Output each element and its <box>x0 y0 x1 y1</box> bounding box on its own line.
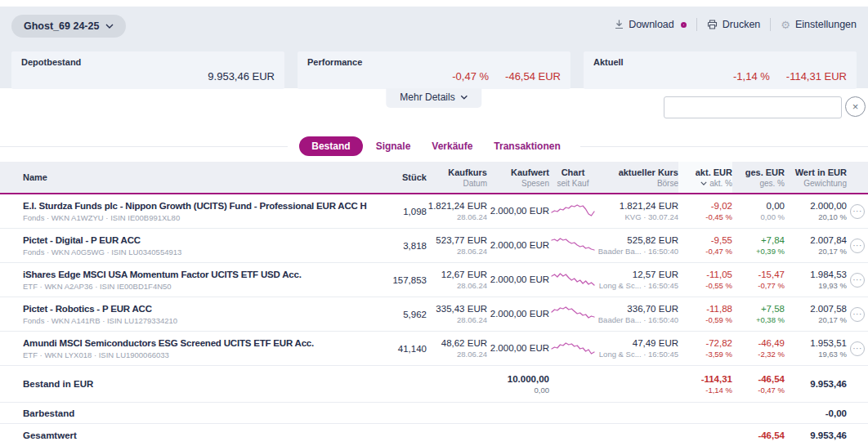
clear-search-button[interactable]: × <box>845 96 866 117</box>
performance-percent: -0,47 % <box>452 70 489 83</box>
col-aktueller-kurs[interactable]: aktueller KursBörse <box>597 167 678 188</box>
instrument-meta: Fonds · WKN A0G5WG · ISIN LU0340554913 <box>23 248 389 256</box>
sum-akt: -114,31-1,14 % <box>678 374 732 395</box>
download-button[interactable]: Download <box>615 19 687 30</box>
tab-bestand[interactable]: Bestand <box>299 136 362 156</box>
cell-kaufkurs: 523,77 EUR28.06.24 <box>427 235 487 256</box>
sort-descending-icon <box>700 181 707 185</box>
cell-kaufwert: 2.000,00 EUR <box>487 206 549 217</box>
tab-group: Bestand Signale Verkäufe Transaktionen <box>288 136 579 157</box>
settings-button[interactable]: ⚙ Einstellungen <box>781 19 857 30</box>
portfolio-selector[interactable]: Ghost_69 24-25 <box>11 15 126 38</box>
sparkline-chart <box>551 235 595 253</box>
cell-kurs: 336,70 EURBaader Ba... · 16:50:40 <box>597 304 678 324</box>
chevron-down-icon <box>105 24 114 29</box>
cell-wert: 1.953,5119,63 % <box>785 338 847 359</box>
instrument-name[interactable]: Amundi MSCI Semiconductors ESG Screened … <box>23 338 389 348</box>
row-menu-button[interactable]: ··· <box>850 341 865 356</box>
instrument-meta: Fonds · WKN A141RB · ISIN LU1279334210 <box>23 316 389 325</box>
sum-kaufwert: 10.000,000,00 <box>487 374 549 395</box>
col-ges-eur[interactable]: ges. EURges. % <box>732 167 785 188</box>
instrument-meta: Fonds · WKN A1WZYU · ISIN IE00B991XL80 <box>23 213 389 222</box>
cell-kaufkurs: 48,62 EUR28.06.24 <box>427 338 487 359</box>
table-row: Pictet - Robotics - P EUR ACCFonds · WKN… <box>0 297 868 332</box>
aktuell-value: -114,31 EUR <box>786 70 847 83</box>
sparkline-chart <box>551 201 595 219</box>
aktuell-percent: -1,14 % <box>733 70 770 83</box>
table-header: Name Stück KaufkursDatum KaufwertSpesen … <box>0 162 868 194</box>
summary-label: Bestand in EUR <box>0 379 389 389</box>
card-performance: Performance -0,47 % -46,54 EUR <box>298 51 570 89</box>
more-details-button[interactable]: Mehr Details <box>386 88 481 108</box>
cell-akt: -72,82-3,59 % <box>678 338 732 359</box>
gesamt-wert: 9.953,46 <box>785 430 847 440</box>
col-stueck[interactable]: Stück <box>389 172 427 182</box>
performance-value: -46,54 EUR <box>505 70 561 83</box>
cell-kaufkurs: 1.821,24 EUR28.06.24 <box>427 201 487 221</box>
cell-wert: 2.007,5820,17 % <box>785 304 847 324</box>
cell-kurs: 12,57 EURLong & Sc... · 16:50:45 <box>597 270 678 290</box>
cell-kaufwert: 2.000,00 EUR <box>487 343 549 355</box>
cell-kurs: 525,82 EURBaader Ba... · 16:50:40 <box>597 235 678 256</box>
cell-ges: +7,58+0,38 % <box>732 304 785 324</box>
cell-stueck: 1,098 <box>389 207 427 216</box>
tab-verkaeufe[interactable]: Verkäufe <box>423 136 481 156</box>
sum-wert: 9.953,46 <box>785 379 847 389</box>
col-akt-eur[interactable]: akt. EUR akt. % <box>678 162 732 193</box>
table-row: Amundi MSCI Semiconductors ESG Screened … <box>0 332 868 366</box>
instrument-name[interactable]: iShares Edge MSCI USA Momentum Factor UC… <box>23 270 389 279</box>
cell-akt: -9,55-0,47 % <box>678 235 732 256</box>
row-menu-button[interactable]: ··· <box>850 204 865 219</box>
printer-icon <box>707 20 718 29</box>
cell-stueck: 5,962 <box>389 310 427 319</box>
gesamt-ges: -46,54 <box>732 430 785 440</box>
gear-icon: ⚙ <box>781 20 790 30</box>
instrument-name[interactable]: Pictet - Digital - P EUR ACC <box>23 235 389 245</box>
card-label: Aktuell <box>593 57 847 67</box>
tab-signale[interactable]: Signale <box>368 136 419 156</box>
close-icon: × <box>852 100 859 113</box>
col-wert[interactable]: Wert in EURGewichtung <box>785 167 847 188</box>
cell-kurs: 47,49 EURLong & Sc... · 16:50:45 <box>597 338 678 359</box>
row-menu-button[interactable]: ··· <box>850 307 865 322</box>
cell-kaufkurs: 335,43 EUR28.06.24 <box>427 304 487 324</box>
summary-row-gesamtwert: Gesamtwert -46,54 9.953,46 <box>0 424 868 446</box>
barbestand-wert: -0,00 <box>785 408 847 418</box>
cell-kaufkurs: 12,67 EUR28.06.24 <box>427 270 487 290</box>
cell-stueck: 41,140 <box>389 344 427 354</box>
portfolio-name: Ghost_69 24-25 <box>24 20 99 32</box>
cell-kaufwert: 2.000,00 EUR <box>487 309 549 320</box>
cell-stueck: 157,853 <box>389 275 427 285</box>
cell-akt: -9,02-0,45 % <box>678 201 732 221</box>
cell-akt: -11,88-0,59 % <box>678 304 732 324</box>
cell-ges: -46,49-2,32 % <box>732 338 785 359</box>
table-row: iShares Edge MSCI USA Momentum Factor UC… <box>0 263 868 297</box>
cell-wert: 1.984,5319,93 % <box>785 270 847 290</box>
instrument-name[interactable]: Pictet - Robotics - P EUR ACC <box>23 304 389 314</box>
sum-ges: -46,54-0,47 % <box>732 374 785 395</box>
print-button[interactable]: Drucken <box>707 19 761 30</box>
download-badge-icon <box>681 22 687 28</box>
row-menu-button[interactable]: ··· <box>850 273 865 288</box>
sparkline-chart <box>551 304 595 322</box>
col-kaufwert[interactable]: KaufwertSpesen <box>487 167 549 188</box>
instrument-meta: ETF · WKN A2AP36 · ISIN IE00BD1F4N50 <box>23 282 389 291</box>
cell-kaufwert: 2.000,00 EUR <box>487 240 549 252</box>
cell-kaufwert: 2.000,00 EUR <box>487 274 549 286</box>
col-kaufkurs[interactable]: KaufkursDatum <box>427 167 487 188</box>
cell-ges: +7,84+0,39 % <box>732 235 785 256</box>
card-label: Depotbestand <box>21 57 275 67</box>
download-icon <box>615 20 624 29</box>
cell-ges: 0,000,00 % <box>732 201 785 221</box>
sparkline-chart <box>551 338 595 356</box>
row-menu-button[interactable]: ··· <box>850 239 865 253</box>
chevron-down-icon <box>461 95 468 100</box>
summary-row-barbestand: Barbestand -0,00 <box>0 403 868 424</box>
instrument-name[interactable]: E.I. Sturdza Funds plc - Nippon Growth (… <box>23 201 389 211</box>
tab-transaktionen[interactable]: Transaktionen <box>485 136 568 156</box>
col-name[interactable]: Name <box>0 172 389 182</box>
depotbestand-value: 9.953,46 EUR <box>208 70 275 83</box>
card-label: Performance <box>307 57 561 67</box>
search-input[interactable] <box>664 96 842 118</box>
cell-stueck: 3,818 <box>389 241 427 251</box>
